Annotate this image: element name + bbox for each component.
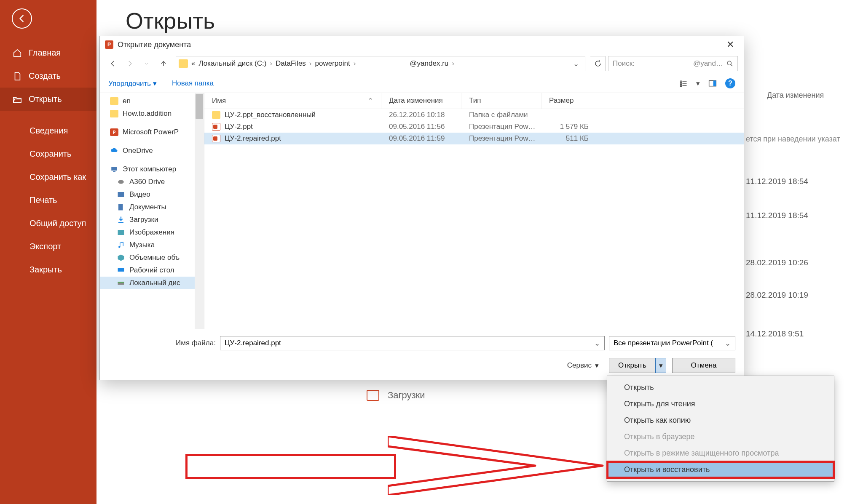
filename-input[interactable]: ЦУ-2.repaired.ppt ⌄ [220, 336, 605, 350]
file-name: ЦУ-2.repaired.ppt [225, 134, 281, 143]
chevron-down-icon[interactable]: ▾ [696, 79, 700, 88]
ppt-icon [212, 123, 220, 131]
tree-item[interactable]: OneDrive [100, 144, 204, 157]
dropdown-item[interactable]: Открыть как копию [607, 412, 834, 429]
column-type[interactable]: Тип [461, 93, 541, 109]
nav-up-button[interactable] [156, 56, 171, 71]
chevron-right-icon: › [448, 59, 458, 68]
nav-forward-button[interactable] [123, 56, 137, 71]
tree-item[interactable]: Загрузки [100, 213, 204, 226]
folder-icon [179, 59, 188, 68]
chevron-down-icon[interactable]: ⌄ [570, 59, 582, 68]
folder-open-icon [13, 95, 22, 104]
filetype-value: Все презентации PowerPoint ( [614, 339, 713, 347]
tree-item[interactable]: Изображения [100, 226, 204, 239]
ppt-icon [212, 135, 220, 142]
chevron-down-icon[interactable]: ⌄ [725, 339, 731, 348]
breadcrumb-segment[interactable]: Локальный диск (C:) [195, 59, 266, 68]
sidebar-home[interactable]: Главная [0, 41, 96, 64]
sidebar-open[interactable]: Открыть [0, 88, 96, 111]
open-dropdown-button[interactable]: ▾ [655, 358, 666, 373]
refresh-button[interactable] [590, 56, 606, 71]
file-list-header[interactable]: Имя⌃ Дата изменения Тип Размер [204, 93, 744, 109]
breadcrumb-segment[interactable]: DataFiles [276, 59, 306, 68]
nav-recent-button[interactable] [139, 56, 154, 71]
sidebar-close[interactable]: Закрыть [0, 258, 96, 281]
tree-item[interactable]: en [100, 95, 204, 107]
back-button[interactable] [12, 8, 32, 29]
svg-marker-13 [388, 436, 603, 495]
tree-item[interactable]: P Microsoft PowerP [100, 126, 204, 139]
backstage-sidebar: Главная Создать Открыть Сведения Сохрани… [0, 0, 96, 504]
svg-rect-8 [118, 230, 124, 235]
bg-row: 11.12.2019 18:54 [746, 196, 850, 235]
sidebar-export[interactable]: Экспорт [0, 235, 96, 258]
open-button[interactable]: Открыть [609, 358, 655, 373]
scroll-thumb[interactable] [196, 94, 203, 119]
filetype-select[interactable]: Все презентации PowerPoint ( ⌄ [609, 336, 735, 350]
column-size[interactable]: Размер [541, 93, 596, 109]
bg-downloads-item[interactable]: Загрузки [367, 390, 425, 401]
svg-rect-6 [118, 192, 124, 197]
open-file-dialog: P Открытие документа ✕ « Локальный диск … [99, 36, 744, 380]
tree-item[interactable]: Видео [100, 188, 204, 201]
chevron-down-icon[interactable]: ⌄ [594, 339, 600, 348]
file-list-area: Имя⌃ Дата изменения Тип Размер ЦУ-2.ppt_… [204, 93, 744, 329]
help-button[interactable]: ? [725, 78, 735, 88]
sidebar-share[interactable]: Общий доступ [0, 212, 96, 235]
organize-button[interactable]: Упорядочить ▾ [108, 79, 157, 88]
svg-point-5 [118, 180, 124, 184]
tree-item[interactable]: A360 Drive [100, 176, 204, 188]
breadcrumb-segment[interactable]: @yandex.ru [410, 59, 448, 68]
folder-tree[interactable]: en How.to.addition P Microsoft PowerP On… [100, 93, 204, 329]
breadcrumb-segment[interactable]: « [191, 59, 195, 68]
file-row[interactable]: ЦУ-2.repaired.ppt 09.05.2016 11:59 Презе… [204, 133, 744, 144]
tree-item[interactable]: Документы [100, 201, 204, 213]
preview-pane-button[interactable] [708, 79, 717, 88]
column-name[interactable]: Имя⌃ [204, 93, 381, 109]
dropdown-item[interactable]: Открыть и восстановить [607, 461, 834, 478]
sidebar-label: Главная [29, 48, 61, 58]
file-size: 1 579 КБ [541, 123, 596, 131]
bg-row: 28.02.2019 10:26 [746, 235, 850, 276]
home-icon [13, 48, 22, 58]
breadcrumb[interactable]: « Локальный диск (C:) › DataFiles › powe… [176, 56, 585, 71]
file-row[interactable]: ЦУ-2.ppt 09.05.2016 11:56 Презентация Po… [204, 121, 744, 133]
tree-item[interactable]: Объемные объ [100, 251, 204, 264]
tree-item[interactable]: Этот компьютер [100, 163, 204, 176]
new-folder-button[interactable]: Новая папка [172, 79, 214, 88]
dropdown-item[interactable]: Открыть [607, 379, 834, 396]
dropdown-item[interactable]: Открыть для чтения [607, 396, 834, 412]
service-button[interactable]: Сервис ▾ [567, 361, 599, 370]
sidebar-new[interactable]: Создать [0, 64, 96, 88]
folder-icon [212, 111, 220, 119]
tree-item-label: How.to.addition [123, 109, 172, 118]
sidebar-print[interactable]: Печать [0, 189, 96, 212]
tree-item-label: Рабочий стол [129, 266, 174, 275]
search-suffix: @yand… [693, 59, 723, 68]
column-date[interactable]: Дата изменения [381, 93, 461, 109]
bg-date-header: Дата изменения [767, 91, 824, 100]
search-input[interactable]: Поиск: @yand… [608, 56, 738, 71]
sidebar-save[interactable]: Сохранить [0, 142, 96, 165]
file-row[interactable]: ЦУ-2.ppt_восстановленный 26.12.2016 10:1… [204, 109, 744, 121]
close-button[interactable]: ✕ [722, 36, 739, 53]
nav-back-button[interactable] [106, 56, 120, 71]
tree-item[interactable]: Локальный дис [100, 277, 204, 289]
sidebar-saveas[interactable]: Сохранить как [0, 165, 96, 189]
view-mode-button[interactable] [679, 79, 688, 88]
folder-icon [367, 390, 379, 401]
tree-item[interactable]: Музыка [100, 239, 204, 251]
tree-item-label: Документы [129, 203, 166, 211]
cancel-button[interactable]: Отмена [672, 358, 735, 373]
svg-point-9 [118, 246, 121, 248]
bg-row: 28.02.2019 10:19 [746, 276, 850, 315]
breadcrumb-segment[interactable]: powerpoint [315, 59, 350, 68]
file-type: Папка с файлами [461, 111, 541, 119]
svg-rect-12 [118, 282, 124, 283]
sidebar-info[interactable]: Сведения [0, 119, 96, 142]
tree-item[interactable]: How.to.addition [100, 107, 204, 120]
page-title: Открыть [126, 8, 215, 34]
scrollbar[interactable] [195, 93, 204, 329]
tree-item[interactable]: Рабочий стол [100, 264, 204, 277]
